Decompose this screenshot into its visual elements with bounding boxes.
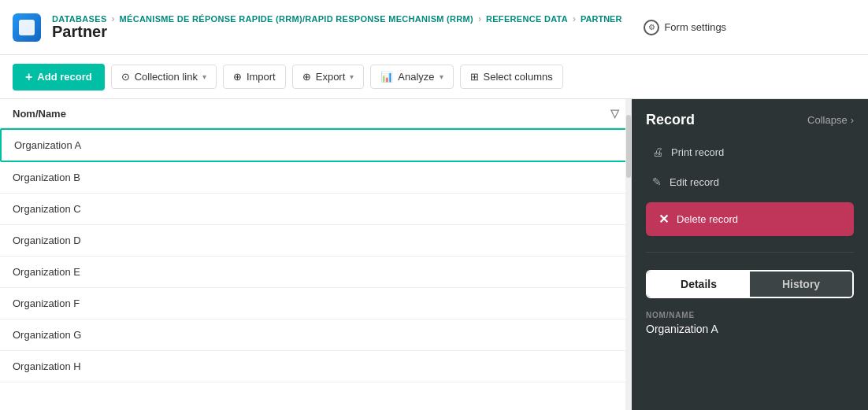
- panel-title: Record: [646, 112, 695, 128]
- row-value-6: Organization G: [13, 329, 81, 341]
- row-value-0: Organization A: [14, 139, 81, 151]
- tab-history[interactable]: History: [750, 271, 852, 297]
- select-columns-button[interactable]: ⊞ Select columns: [460, 65, 563, 89]
- collection-link-label: Collection link: [135, 71, 198, 83]
- delete-record-label: Delete record: [677, 213, 738, 225]
- table-area: Nom/Name ▽ Organization A Organization B…: [0, 99, 632, 410]
- table-row[interactable]: Organization D: [0, 225, 632, 257]
- record-detail: NOM/NAME Organization A: [632, 298, 868, 348]
- panel-header: Record Collapse ›: [632, 99, 868, 138]
- right-panel: Record Collapse › 🖨 Print record ✎ Edit …: [632, 99, 868, 410]
- tabs-row: Details History: [646, 270, 854, 298]
- export-button[interactable]: ⊕ Export ▾: [292, 65, 365, 89]
- row-value-1: Organization B: [13, 172, 80, 183]
- gear-icon: ⚙: [644, 20, 659, 35]
- app-icon: [13, 13, 41, 42]
- analyze-icon: 📊: [380, 71, 393, 83]
- tab-details[interactable]: Details: [647, 271, 750, 297]
- table-row[interactable]: Organization H: [0, 351, 632, 382]
- table-row[interactable]: Organization G: [0, 320, 632, 351]
- add-record-label: Add record: [37, 71, 91, 83]
- main-content: Nom/Name ▽ Organization A Organization B…: [0, 99, 868, 410]
- toolbar: + Add record ⊙ Collection link ▾ ⊕ Impor…: [0, 55, 868, 99]
- form-settings-button[interactable]: ⚙ Form settings: [632, 13, 737, 42]
- export-label: Export: [316, 71, 346, 83]
- select-columns-label: Select columns: [484, 71, 553, 83]
- add-record-button[interactable]: + Add record: [13, 64, 105, 90]
- chevron-right-icon: ›: [851, 114, 854, 126]
- collection-icon: ⊙: [121, 71, 130, 83]
- chevron-down-icon-analyze: ▾: [440, 72, 443, 81]
- analyze-button[interactable]: 📊 Analyze ▾: [370, 65, 453, 89]
- title-group: DATABASES › MÉCANISME DE RÉPONSE RAPIDE …: [52, 13, 621, 41]
- scroll-thumb: [626, 115, 631, 178]
- divider: [646, 252, 854, 253]
- collapse-button[interactable]: Collapse ›: [807, 114, 854, 126]
- panel-actions: 🖨 Print record ✎ Edit record: [632, 138, 868, 196]
- analyze-label: Analyze: [398, 71, 434, 83]
- top-bar: DATABASES › MÉCANISME DE RÉPONSE RAPIDE …: [0, 0, 868, 55]
- table-row[interactable]: Organization B: [0, 162, 632, 194]
- column-header-name: Nom/Name: [13, 108, 66, 120]
- form-settings-label: Form settings: [664, 21, 726, 33]
- table-row[interactable]: Organization F: [0, 288, 632, 320]
- field-value: Organization A: [646, 323, 854, 335]
- print-record-action[interactable]: 🖨 Print record: [646, 138, 854, 166]
- field-label: NOM/NAME: [646, 311, 854, 320]
- print-icon: 🖨: [652, 146, 663, 158]
- row-value-3: Organization D: [13, 235, 81, 246]
- filter-icon[interactable]: ▽: [610, 107, 619, 120]
- edit-record-action[interactable]: ✎ Edit record: [646, 168, 854, 196]
- import-label: Import: [247, 71, 276, 83]
- export-icon: ⊕: [302, 71, 311, 83]
- import-button[interactable]: ⊕ Import: [223, 65, 286, 89]
- row-value-2: Organization C: [13, 203, 81, 215]
- row-value-4: Organization E: [13, 266, 80, 278]
- print-record-label: Print record: [671, 146, 724, 158]
- delete-record-button[interactable]: ✕ Delete record: [646, 202, 854, 236]
- chevron-down-icon: ▾: [202, 72, 206, 81]
- collection-link-button[interactable]: ⊙ Collection link ▾: [111, 65, 217, 89]
- chevron-down-icon-export: ▾: [350, 72, 354, 81]
- table-header: Nom/Name ▽: [0, 99, 632, 128]
- page-title: Partner: [52, 23, 621, 41]
- scroll-track[interactable]: [625, 99, 632, 410]
- table-row[interactable]: Organization E: [0, 257, 632, 288]
- plus-icon: +: [25, 70, 32, 84]
- collapse-label: Collapse: [807, 114, 848, 126]
- edit-icon: ✎: [652, 175, 662, 188]
- row-value-7: Organization H: [13, 360, 81, 372]
- table-row[interactable]: Organization A: [0, 128, 632, 162]
- row-value-5: Organization F: [13, 297, 80, 309]
- columns-icon: ⊞: [470, 71, 479, 83]
- edit-record-label: Edit record: [670, 176, 719, 188]
- import-icon: ⊕: [233, 71, 242, 83]
- table-row[interactable]: Organization C: [0, 194, 632, 225]
- delete-icon: ✕: [658, 212, 669, 227]
